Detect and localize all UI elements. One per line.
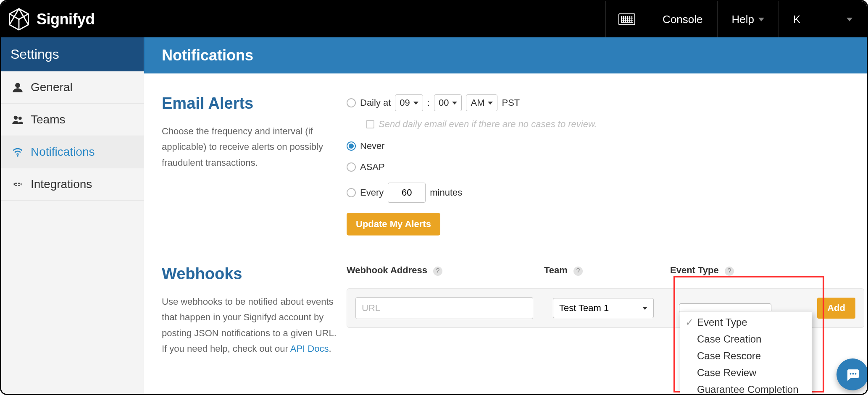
daily-minute-select[interactable]: 00	[434, 94, 462, 111]
timezone-label: PST	[502, 97, 520, 108]
brand-logo-box[interactable]: Signifyd	[1, 3, 103, 36]
brand-name: Signifyd	[37, 10, 95, 28]
add-webhook-button[interactable]: Add	[817, 298, 855, 319]
keyboard-shortcuts-button[interactable]	[605, 1, 648, 37]
asap-label: ASAP	[360, 162, 385, 173]
radio-daily[interactable]	[347, 98, 356, 107]
help-icon[interactable]: ?	[573, 267, 583, 276]
email-alerts-title: Email Alerts	[162, 94, 338, 112]
sidebar-title: Settings	[1, 37, 144, 71]
nav-console-label: Console	[663, 13, 702, 26]
update-alerts-button[interactable]: Update My Alerts	[347, 213, 440, 235]
chevron-down-icon	[413, 102, 418, 105]
sidebar-item-label: General	[31, 81, 73, 94]
user-icon	[11, 81, 24, 94]
send-empty-label: Send daily email even if there are no ca…	[379, 119, 597, 130]
svg-point-8	[18, 117, 22, 120]
sidebar-item-teams[interactable]: Teams	[1, 104, 144, 136]
daily-minute-value: 00	[439, 97, 449, 108]
sidebar-item-notifications[interactable]: Notifications	[1, 136, 144, 168]
webhook-url-input[interactable]	[355, 297, 533, 319]
chevron-down-icon	[758, 18, 764, 21]
logo-icon	[7, 8, 31, 31]
webhook-column-headers: Webhook Address ? Team ? Event Type ?	[347, 265, 864, 276]
minutes-label: minutes	[430, 187, 462, 198]
main: Notifications Email Alerts Choose the fr…	[144, 37, 868, 395]
event-option[interactable]: Case Rescore	[680, 348, 812, 364]
nav-console[interactable]: Console	[648, 1, 717, 37]
frequency-every-row: Every minutes	[347, 183, 864, 203]
radio-asap[interactable]	[347, 162, 356, 172]
plug-icon	[11, 178, 24, 191]
event-type-dropdown: Event Type Case Creation Case Rescore Ca…	[680, 311, 812, 395]
daily-label: Daily at	[360, 97, 391, 108]
frequency-never-row: Never	[347, 141, 864, 152]
webhooks-desc-suffix: .	[329, 343, 331, 354]
nav-user-menu[interactable]: K	[779, 1, 867, 37]
sidebar-item-general[interactable]: General	[1, 71, 144, 104]
chat-widget-button[interactable]	[836, 358, 868, 390]
daily-hour-select[interactable]: 09	[395, 94, 423, 111]
send-empty-checkbox[interactable]	[366, 120, 374, 128]
section-email-alerts: Email Alerts Choose the frequency and in…	[162, 94, 864, 235]
frequency-daily-row: Daily at 09 : 00 AM	[347, 94, 864, 111]
keyboard-icon	[618, 13, 635, 25]
api-docs-link[interactable]: API Docs	[290, 343, 329, 354]
every-minutes-input[interactable]	[388, 183, 426, 203]
radio-every[interactable]	[347, 188, 356, 197]
frequency-asap-row: ASAP	[347, 162, 864, 173]
svg-point-7	[14, 116, 18, 120]
sidebar-item-integrations[interactable]: Integrations	[1, 168, 144, 201]
chevron-down-icon	[642, 307, 647, 310]
wifi-icon	[11, 146, 24, 158]
chat-icon	[845, 367, 860, 382]
every-label: Every	[360, 187, 384, 198]
chevron-down-icon	[488, 102, 493, 105]
col-event-label: Event Type	[670, 265, 719, 275]
chevron-down-icon	[452, 102, 457, 105]
help-icon[interactable]: ?	[725, 267, 734, 276]
col-address-label: Webhook Address	[347, 265, 427, 275]
webhooks-title: Webhooks	[162, 265, 338, 283]
col-team-label: Team	[544, 265, 568, 275]
daily-ampm-select[interactable]: AM	[466, 94, 497, 111]
radio-never[interactable]	[347, 141, 356, 151]
users-icon	[11, 113, 24, 126]
page-title: Notifications	[144, 37, 868, 73]
svg-point-10	[850, 373, 852, 374]
sidebar: Settings General Teams Notifications Int…	[1, 37, 144, 395]
team-select[interactable]: Test Team 1	[553, 298, 654, 318]
webhooks-description: Use webhooks to be notified about events…	[162, 294, 338, 357]
email-alerts-description: Choose the frequency and interval (if ap…	[162, 123, 338, 170]
help-icon[interactable]: ?	[433, 267, 442, 276]
sidebar-item-label: Notifications	[31, 145, 95, 159]
sidebar-item-label: Teams	[31, 113, 65, 126]
event-option[interactable]: Event Type	[680, 314, 812, 331]
sidebar-item-label: Integrations	[31, 178, 92, 191]
nav-help[interactable]: Help	[717, 1, 779, 37]
nav-help-label: Help	[732, 13, 754, 26]
svg-point-11	[852, 373, 854, 374]
event-option[interactable]: Case Creation	[680, 331, 812, 348]
event-option[interactable]: Case Review	[680, 364, 812, 381]
event-option[interactable]: Guarantee Completion	[680, 381, 812, 395]
svg-point-6	[15, 83, 20, 88]
team-select-value: Test Team 1	[559, 303, 609, 314]
svg-point-12	[855, 373, 857, 374]
never-label: Never	[360, 141, 385, 152]
svg-point-9	[17, 155, 18, 157]
topbar: Signifyd Console Help K	[1, 1, 867, 37]
daily-hour-value: 09	[400, 97, 410, 108]
daily-ampm-value: AM	[471, 97, 484, 108]
send-empty-row: Send daily email even if there are no ca…	[366, 119, 864, 130]
user-initial: K	[793, 13, 800, 26]
chevron-down-icon	[847, 18, 852, 21]
